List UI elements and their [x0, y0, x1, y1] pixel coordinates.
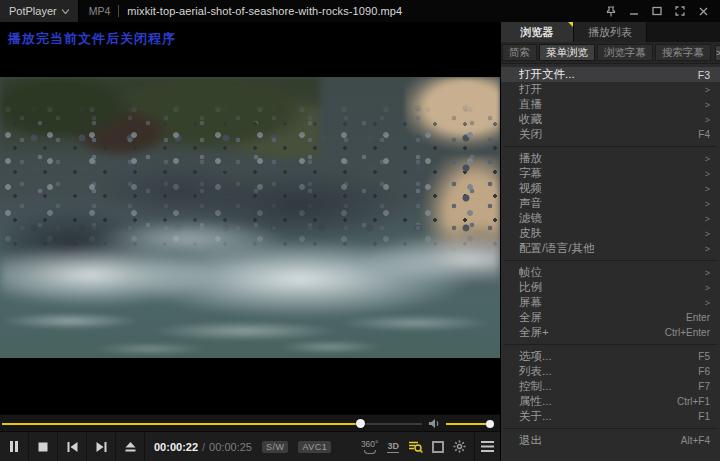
current-time: 00:00:22 [154, 441, 198, 453]
volume-group [428, 415, 492, 432]
menu-item-favorites[interactable]: 收藏 > [501, 112, 720, 127]
menu-item-live[interactable]: 直播 > [501, 97, 720, 112]
volume-slider[interactable] [446, 423, 492, 425]
menu-item-frame-position[interactable]: 帧位 > [501, 265, 720, 280]
tab-playlist[interactable]: 播放列表 [574, 22, 647, 42]
menu-item-preferences[interactable]: 配置/语言/其他 > [501, 241, 720, 256]
close-icon[interactable] [696, 4, 710, 18]
time-display: 00:00:22 / 00:00:25 S/W AVC1 [154, 441, 331, 453]
subtab-search[interactable]: 简索 [502, 44, 537, 61]
subtab-browse-subtitles[interactable]: 浏览字幕 [597, 44, 653, 61]
mode-icons: 360° 3D [361, 440, 472, 454]
codec-badge[interactable]: AVC1 [298, 441, 331, 453]
menu-separator [504, 428, 717, 429]
player-area: 播放完当前文件后关闭程序 [0, 22, 500, 461]
menu-item-open[interactable]: 打开 > [501, 82, 720, 97]
menu-separator [504, 146, 717, 147]
menu-item-screen[interactable]: 屏幕 > [501, 295, 720, 310]
seek-progress [2, 423, 360, 425]
app-name: PotPlayer [9, 5, 57, 17]
menu-item-filters[interactable]: 滤镜 > [501, 211, 720, 226]
speaker-icon[interactable] [428, 418, 441, 429]
chevron-down-icon [62, 9, 69, 14]
360-mode-icon[interactable]: 360° [361, 440, 379, 454]
frame-capture-icon[interactable] [432, 441, 444, 453]
menu-item-control[interactable]: 控制... F7 [501, 379, 720, 394]
time-separator: / [202, 441, 205, 453]
format-badge: MP4 [89, 5, 111, 17]
menu-item-skins[interactable]: 皮肤 > [501, 226, 720, 241]
browser-search-icon[interactable] [408, 440, 423, 454]
minimize-icon[interactable] [627, 4, 641, 18]
video-foam-streaks [0, 303, 500, 358]
menu-item-subtitles[interactable]: 字幕 > [501, 166, 720, 181]
subtab-menu-browse[interactable]: 菜单浏览 [539, 44, 595, 61]
browser-panel: 浏览器 播放列表 简索 菜单浏览 浏览字幕 搜索字幕 > ˅ 打开文件... F… [500, 22, 720, 461]
menu-item-about[interactable]: 关于... F1 [501, 409, 720, 424]
title-bar: PotPlayer MP4 mixkit-top-aerial-shot-of-… [0, 0, 720, 22]
subtab-scroll-right-icon[interactable]: > [715, 45, 720, 61]
pin-icon[interactable] [604, 4, 618, 18]
menu-item-open-file[interactable]: 打开文件... F3 [501, 67, 720, 82]
seek-row [0, 414, 500, 431]
menu-item-fullscreen[interactable]: 全屏 Enter [501, 310, 720, 325]
panel-subtabs: 简索 菜单浏览 浏览字幕 搜索字幕 > ˅ [501, 42, 720, 64]
gear-icon[interactable] [453, 440, 466, 453]
maximize-icon[interactable] [650, 4, 664, 18]
menu-separator [504, 260, 717, 261]
expand-icon[interactable] [673, 4, 687, 18]
video-frame [0, 77, 500, 358]
subtab-search-subtitles[interactable]: 搜索字幕 [655, 44, 711, 61]
menu-item-audio[interactable]: 声音 > [501, 196, 720, 211]
stop-button[interactable] [29, 432, 58, 461]
menu-item-exit[interactable]: 退出 Alt+F4 [501, 433, 720, 448]
panel-tabs: 浏览器 播放列表 [501, 22, 720, 42]
menu-item-playlist[interactable]: 列表... F6 [501, 364, 720, 379]
eject-button[interactable] [116, 432, 145, 461]
filename: mixkit-top-aerial-shot-of-seashore-with-… [127, 5, 402, 17]
osd-message: 播放完当前文件后关闭程序 [8, 30, 176, 48]
seek-bar[interactable] [2, 423, 422, 425]
3d-mode-icon[interactable]: 3D [387, 441, 399, 453]
video-screen[interactable]: 播放完当前文件后关闭程序 [0, 22, 500, 414]
menu-item-aspect-ratio[interactable]: 比例 > [501, 280, 720, 295]
next-button[interactable] [87, 432, 116, 461]
window-controls [604, 4, 720, 18]
decoder-badge[interactable]: S/W [262, 441, 289, 453]
volume-thumb[interactable] [486, 420, 494, 428]
total-time: 00:00:25 [209, 441, 252, 453]
menu-list: 打开文件... F3 打开 > 直播 > 收藏 > 关闭 F4 [501, 64, 720, 461]
menu-item-options[interactable]: 选项... F5 [501, 349, 720, 364]
menu-item-close[interactable]: 关闭 F4 [501, 127, 720, 142]
menu-item-playback[interactable]: 播放 > [501, 151, 720, 166]
menu-separator [504, 344, 717, 345]
control-bar: 00:00:22 / 00:00:25 S/W AVC1 360° 3D [0, 431, 500, 461]
previous-button[interactable] [58, 432, 87, 461]
title-divider [118, 5, 119, 17]
tab-browser[interactable]: 浏览器 [501, 22, 574, 42]
hamburger-menu-icon[interactable] [475, 432, 500, 461]
app-menu-button[interactable]: PotPlayer [0, 0, 79, 22]
menu-item-video[interactable]: 视频 > [501, 181, 720, 196]
pause-button[interactable] [0, 432, 29, 461]
menu-item-fullscreen-plus[interactable]: 全屏+ Ctrl+Enter [501, 325, 720, 340]
potplayer-window: PotPlayer MP4 mixkit-top-aerial-shot-of-… [0, 0, 720, 461]
seek-thumb[interactable] [356, 419, 365, 428]
menu-item-properties[interactable]: 属性... Ctrl+F1 [501, 394, 720, 409]
